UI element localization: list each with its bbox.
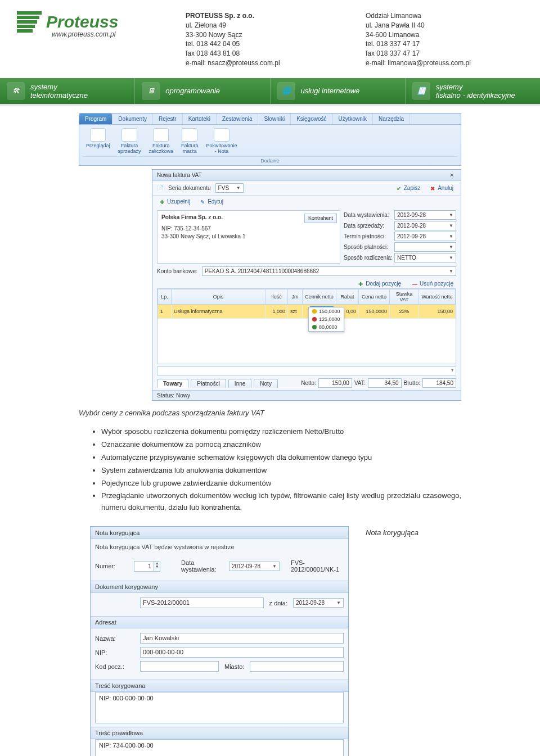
tab-platnosci[interactable]: Płatności xyxy=(191,379,226,388)
nav-teleinformatyczne[interactable]: 🛠 systemyteleinformatyczne xyxy=(0,78,134,104)
close-icon[interactable]: ✕ xyxy=(447,172,456,178)
nav-fiskalno[interactable]: 🧾 systemyfiskalno - identyfikacyjne xyxy=(405,78,540,104)
dot-icon xyxy=(312,317,317,322)
check-icon xyxy=(397,185,402,191)
feature-list: Wybór sposobu rozliczenia dokumentu pomi… xyxy=(79,426,461,514)
globe-icon: 🌐 xyxy=(277,82,295,100)
edytuj-button[interactable]: Edytuj xyxy=(197,198,226,205)
invoice-icon xyxy=(182,128,197,142)
pencil-icon xyxy=(200,199,206,205)
bank-label: Konto bankowe: xyxy=(157,268,197,274)
price-dropdown[interactable]: 150,0000 125,0000 80,0000 xyxy=(308,307,344,332)
section-korygowany: Dokument korygowany xyxy=(91,581,348,593)
ribbon-tab[interactable]: Dokumenty xyxy=(112,114,153,124)
tab-towary[interactable]: Towary xyxy=(157,379,188,388)
feature-item: Pojedyncze lub grupowe zatwierdzanie dok… xyxy=(101,478,461,490)
series-combo[interactable]: FVS▼ xyxy=(215,183,244,193)
uzupelnij-button[interactable]: Uzupełnij xyxy=(157,198,193,205)
miasto-input[interactable] xyxy=(250,661,344,672)
ribbon-tab[interactable]: Użytkownik xyxy=(333,114,374,124)
kontrahent-button[interactable]: Kontrahent xyxy=(304,214,337,223)
plus-icon xyxy=(358,281,364,287)
date-sprzedazy[interactable]: 2012-09-28▼ xyxy=(394,221,456,230)
nav-uslugi[interactable]: 🌐 usługi internetowe xyxy=(270,78,405,104)
date-termin[interactable]: 2012-09-28▼ xyxy=(394,232,456,241)
kor-date-combo[interactable]: 2012-09-28▼ xyxy=(293,598,344,608)
feature-item: System zatwierdzania lub anulowania doku… xyxy=(101,465,461,477)
ribbon-tab-program[interactable]: Program xyxy=(79,114,112,124)
party-addr: 33-300 Nowy Sącz, ul Lwowska 1 xyxy=(161,233,336,241)
tab-inne[interactable]: Inne xyxy=(228,379,251,388)
register-icon: 🧾 xyxy=(412,82,430,100)
grid-filter-row[interactable]: ▾ xyxy=(157,366,456,375)
ribbon: Program Dokumenty Rejestr Kartoteki Zest… xyxy=(79,113,461,166)
ribbon-tab[interactable]: Kartoteki xyxy=(183,114,217,124)
dlg-side-caption: Nota korygująca xyxy=(366,526,418,537)
spin-down-icon[interactable]: ▼ xyxy=(154,565,160,568)
section-adresat: Adresat xyxy=(91,616,348,628)
feature-item: Wybór sposobu rozliczenia dokumentu pomi… xyxy=(101,426,461,438)
total-vat: 34,50 xyxy=(368,378,402,388)
ribbon-tab[interactable]: Księgowość xyxy=(291,114,332,124)
date-wystawienia[interactable]: 2012-09-28▼ xyxy=(394,210,456,220)
invoice-icon xyxy=(153,128,169,142)
positions-grid[interactable]: Lp. Opis Ilość Jm Cennik netto Rabat Cen… xyxy=(157,288,456,364)
docnum: FVS-2012/00001/NK-1 xyxy=(291,559,344,573)
grid-row[interactable]: 1 Usługa informatyczna 1,000 szt 150,000… xyxy=(158,305,456,319)
kod-input[interactable] xyxy=(140,661,219,672)
save-button[interactable]: Zapisz xyxy=(394,184,423,192)
party-nip: NIP: 735-12-34-567 xyxy=(161,225,336,233)
ribbon-tabs: Program Dokumenty Rejestr Kartoteki Zest… xyxy=(79,114,461,125)
company-name: PROTEUSS Sp. z o.o. xyxy=(186,11,343,21)
ribbon-btn-faktura-marza[interactable]: Fakturamarża xyxy=(178,127,202,157)
feature-item: Przeglądanie utworzonych dokumentów wedł… xyxy=(101,490,461,514)
nip-input[interactable]: 000-000-00-00 xyxy=(140,647,344,658)
ribbon-btn-przegladaj[interactable]: Przeglądaj xyxy=(83,127,114,157)
logo-bars-icon xyxy=(17,11,42,33)
cancel-button[interactable]: Anuluj xyxy=(428,184,456,192)
contact-col-2: Oddział Limanowa ul. Jana Pawła II 40 34… xyxy=(366,11,523,68)
bank-combo[interactable]: PEKAO S.A. 20124047481111000048686662▼ xyxy=(202,266,456,276)
kor-doc-input[interactable]: FVS-2012/00001 xyxy=(140,597,264,608)
totals: Netto:150,00 VAT:34,50 Brutto:184,50 xyxy=(301,378,456,388)
browse-icon xyxy=(90,128,106,142)
sposob-platnosci[interactable]: ▼ xyxy=(394,242,456,252)
nazwa-input[interactable]: Jan Kowalski xyxy=(140,633,344,644)
ribbon-tab[interactable]: Zestawienia xyxy=(217,114,258,124)
invoice-icon xyxy=(122,128,137,142)
ribbon-tab[interactable]: Rejestr xyxy=(153,114,183,124)
page-header: Proteuss ® www.proteuss.com.pl PROTEUSS … xyxy=(0,0,540,74)
ribbon-tab[interactable]: Narzędzia xyxy=(373,114,410,124)
screenshot-caption: Wybór ceny z cennika podczas sporządzani… xyxy=(79,401,461,426)
price-option[interactable]: 125,0000 xyxy=(309,315,344,323)
tk-textarea[interactable]: NIP: 000-000-00-00 xyxy=(95,692,344,723)
del-pos-button[interactable]: Usuń pozycję xyxy=(410,280,456,287)
numer-spinner[interactable]: 1 ▲▼ xyxy=(134,561,160,572)
series-label: Seria dokumentu xyxy=(168,185,211,191)
price-option[interactable]: 150,0000 xyxy=(309,307,344,315)
ribbon-btn-pokwitowanie[interactable]: Pokwitowanie- Nota xyxy=(203,127,241,157)
nota-dialog: Nota korygująca Nota korygująca VAT będz… xyxy=(90,526,349,756)
data-wystawienia-combo[interactable]: 2012-09-28▼ xyxy=(229,562,280,571)
total-brutto: 184,50 xyxy=(422,378,456,388)
logo-subtitle: www.proteuss.com.pl xyxy=(52,30,163,38)
ribbon-tab[interactable]: Słowniki xyxy=(258,114,291,124)
ribbon-group-label: Dodanie xyxy=(83,156,457,165)
window-title: Nowa faktura VAT xyxy=(157,172,202,178)
section-tp: Treść prawidłowa xyxy=(91,727,348,739)
dates-box: Data wystawienia:2012-09-28▼ Data sprzed… xyxy=(344,210,456,264)
status-bar: Status: Nowy xyxy=(152,390,461,400)
wrench-icon: 🛠 xyxy=(7,82,25,100)
x-icon xyxy=(430,185,436,191)
screenshot-invoice: Program Dokumenty Rejestr Kartoteki Zest… xyxy=(79,113,461,401)
tab-noty[interactable]: Noty xyxy=(254,379,278,388)
sposob-rozliczenia[interactable]: NETTO▼ xyxy=(394,253,456,262)
add-pos-button[interactable]: Dodaj pozycję xyxy=(356,280,404,287)
price-option[interactable]: 80,0000 xyxy=(309,323,344,331)
section-tk: Treść korygowana xyxy=(91,680,348,692)
nav-oprogramowanie[interactable]: 🖥 oprogramowanie xyxy=(134,78,269,104)
ribbon-btn-faktura-sprz[interactable]: Fakturasprzedaży xyxy=(115,127,145,157)
dialog-title: Nota korygująca xyxy=(91,527,348,539)
ribbon-btn-faktura-zal[interactable]: Fakturazaliczkowa xyxy=(146,127,177,157)
tp-textarea[interactable]: NIP: 734-000-00-00 xyxy=(95,739,344,756)
